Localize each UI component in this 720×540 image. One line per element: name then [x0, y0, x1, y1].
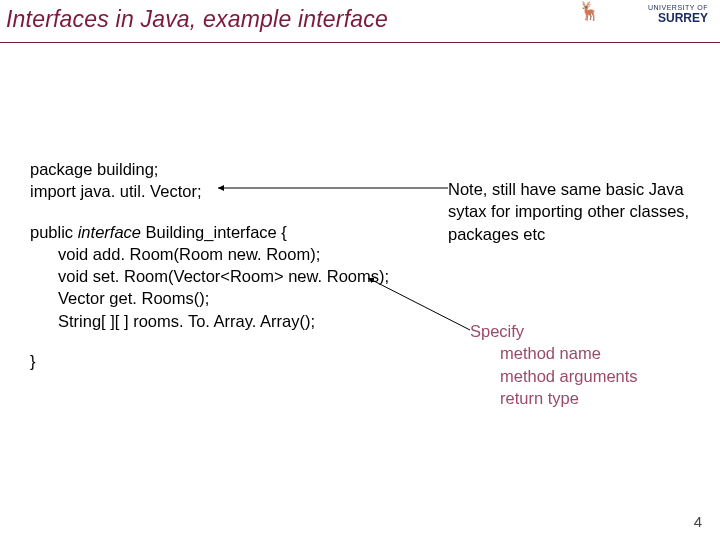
annotation-note: Note, still have same basic Java sytax f… [448, 178, 698, 245]
stag-icon: 🦌 [578, 2, 600, 20]
spec-item: return type [470, 387, 638, 409]
spec-item: method name [470, 342, 638, 364]
annotation-specify: Specify method name method arguments ret… [470, 320, 638, 409]
code-text: void add. Room(Room new. Room); [58, 245, 320, 263]
code-text: Vector get. Rooms(); [58, 289, 209, 307]
code-line: void set. Room(Vector<Room> new. Rooms); [30, 265, 389, 287]
keyword-interface: interface [78, 223, 141, 241]
code-text: public [30, 223, 78, 241]
code-line: } [30, 350, 389, 372]
logo-line2: SURREY [648, 12, 708, 24]
code-line: package building; [30, 158, 389, 180]
code-line: public interface Building_interface { [30, 221, 389, 243]
code-line: Vector get. Rooms(); [30, 287, 389, 309]
title-underline [0, 42, 720, 43]
code-line: void add. Room(Room new. Room); [30, 243, 389, 265]
code-text: String[ ][ ] rooms. To. Array. Array(); [58, 312, 315, 330]
university-logo: 🦌 UNIVERSITY OF SURREY [648, 4, 708, 24]
code-text: void set. Room(Vector<Room> new. Rooms); [58, 267, 389, 285]
slide-title: Interfaces in Java, example interface [6, 6, 388, 33]
code-text: Building_interface { [141, 223, 287, 241]
code-text: import java. util. Vector; [30, 182, 202, 200]
code-line: import java. util. Vector; [30, 180, 389, 202]
spec-item: method arguments [470, 365, 638, 387]
code-line: String[ ][ ] rooms. To. Array. Array(); [30, 310, 389, 332]
spec-head: Specify [470, 320, 638, 342]
logo-line1: UNIVERSITY OF [648, 4, 708, 11]
page-number: 4 [694, 513, 702, 530]
code-block: package building; import java. util. Vec… [30, 158, 389, 372]
